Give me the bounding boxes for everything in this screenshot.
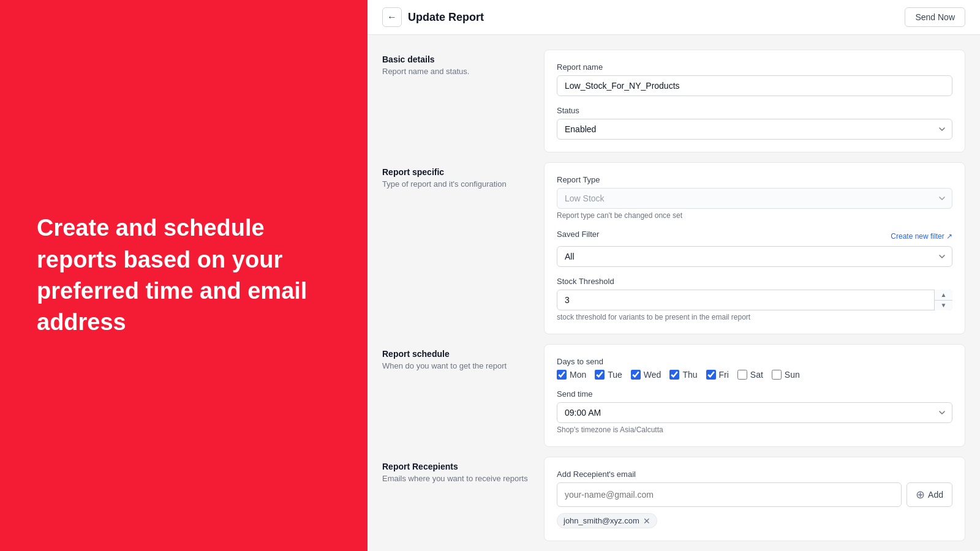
content-area: Basic details Report name and status. Re… — [368, 35, 980, 551]
email-input[interactable] — [557, 482, 902, 507]
day-sat[interactable]: Sat — [737, 370, 763, 380]
send-time-select[interactable]: 09:00 AM — [557, 402, 952, 423]
day-tue-checkbox[interactable] — [595, 370, 605, 380]
day-mon[interactable]: Mon — [557, 370, 586, 380]
report-type-field: Report Type Low Stock Report type can't … — [557, 175, 952, 220]
report-specific-desc: Type of report and it's configuration — [382, 179, 529, 189]
report-schedule-label: Report schedule When do you want to get … — [382, 344, 529, 370]
email-tag-value: john_smith@xyz.com — [564, 516, 639, 525]
report-specific-label: Report specific Type of report and it's … — [382, 162, 529, 189]
day-sat-checkbox[interactable] — [737, 370, 747, 380]
add-icon: ⊕ — [916, 488, 925, 501]
report-type-label: Report Type — [557, 175, 952, 184]
day-sun-checkbox[interactable] — [772, 370, 782, 380]
send-time-field: Send time 09:00 AM Shop's timezone is As… — [557, 389, 952, 434]
add-email-label: Add Recepient's email — [557, 470, 952, 479]
report-specific-section: Report specific Type of report and it's … — [382, 162, 965, 334]
day-tue-label: Tue — [608, 370, 622, 380]
stock-threshold-field: Stock Threshold ▲ ▼ stock threshold for … — [557, 277, 952, 321]
saved-filter-header: Saved Filter Create new filter ↗ — [557, 230, 952, 242]
email-input-row: ⊕ Add — [557, 482, 952, 507]
report-schedule-title: Report schedule — [382, 349, 529, 359]
report-schedule-card: Days to send Mon Tue Wed — [544, 344, 965, 447]
tagline: Create and schedule reports based on you… — [37, 212, 331, 338]
left-panel: Create and schedule reports based on you… — [0, 0, 368, 551]
report-schedule-desc: When do you want to get the report — [382, 361, 529, 370]
send-time-label: Send time — [557, 389, 952, 399]
add-button-label: Add — [928, 490, 943, 500]
basic-details-desc: Report name and status. — [382, 67, 529, 76]
day-mon-checkbox[interactable] — [557, 370, 567, 380]
number-spinners: ▲ ▼ — [934, 290, 952, 310]
report-specific-title: Report specific — [382, 167, 529, 177]
days-to-send-label: Days to send — [557, 357, 952, 366]
basic-details-card: Report name Status Enabled Disabled — [544, 50, 965, 152]
report-name-label: Report name — [557, 62, 952, 72]
status-label: Status — [557, 106, 952, 115]
spinner-down[interactable]: ▼ — [935, 301, 952, 311]
day-fri-checkbox[interactable] — [706, 370, 716, 380]
page-header: ← Update Report Send Now — [368, 0, 980, 35]
send-time-hint: Shop's timezone is Asia/Calcutta — [557, 425, 952, 434]
day-wed-label: Wed — [644, 370, 662, 380]
day-mon-label: Mon — [570, 370, 586, 380]
day-sun-label: Sun — [785, 370, 800, 380]
stock-threshold-label: Stock Threshold — [557, 277, 952, 286]
report-schedule-section: Report schedule When do you want to get … — [382, 344, 965, 447]
saved-filter-select[interactable]: All — [557, 246, 952, 267]
report-specific-card: Report Type Low Stock Report type can't … — [544, 162, 965, 334]
status-field: Status Enabled Disabled — [557, 106, 952, 140]
email-tag-remove[interactable]: ✕ — [643, 517, 650, 525]
email-tag: john_smith@xyz.com ✕ — [557, 513, 657, 528]
stock-threshold-hint: stock threshold for variants to be prese… — [557, 313, 952, 321]
days-row: Mon Tue Wed Thu — [557, 370, 952, 380]
send-now-button[interactable]: Send Now — [905, 7, 965, 27]
basic-details-title: Basic details — [382, 54, 529, 64]
stock-threshold-input[interactable] — [557, 290, 952, 310]
basic-details-label: Basic details Report name and status. — [382, 50, 529, 76]
day-sun[interactable]: Sun — [772, 370, 800, 380]
add-email-field: Add Recepient's email ⊕ Add john_smith@x… — [557, 470, 952, 528]
report-recipients-card: Add Recepient's email ⊕ Add john_smith@x… — [544, 457, 965, 541]
back-button[interactable]: ← — [382, 7, 402, 27]
day-wed-checkbox[interactable] — [631, 370, 641, 380]
report-recipients-section: Report Recepients Emails where you want … — [382, 457, 965, 541]
report-type-select[interactable]: Low Stock — [557, 188, 952, 209]
day-sat-label: Sat — [750, 370, 763, 380]
day-fri[interactable]: Fri — [706, 370, 729, 380]
day-thu-checkbox[interactable] — [669, 370, 679, 380]
saved-filter-field: Saved Filter Create new filter ↗ All — [557, 230, 952, 267]
basic-details-section: Basic details Report name and status. Re… — [382, 50, 965, 152]
report-recipients-desc: Emails where you want to receive reports — [382, 474, 529, 483]
day-wed[interactable]: Wed — [631, 370, 662, 380]
right-panel: ← Update Report Send Now Basic details R… — [368, 0, 980, 551]
page-title: Update Report — [408, 11, 484, 24]
saved-filter-label: Saved Filter — [557, 230, 599, 239]
day-fri-label: Fri — [719, 370, 729, 380]
add-email-button[interactable]: ⊕ Add — [907, 482, 952, 507]
stock-threshold-wrap: ▲ ▼ — [557, 290, 952, 310]
report-recipients-title: Report Recepients — [382, 462, 529, 471]
report-recipients-label: Report Recepients Emails where you want … — [382, 457, 529, 483]
header-left: ← Update Report — [382, 7, 484, 27]
report-name-input[interactable] — [557, 75, 952, 96]
day-thu[interactable]: Thu — [669, 370, 697, 380]
day-tue[interactable]: Tue — [595, 370, 622, 380]
report-name-field: Report name — [557, 62, 952, 96]
day-thu-label: Thu — [682, 370, 697, 380]
create-new-filter-link[interactable]: Create new filter ↗ — [891, 232, 952, 241]
spinner-up[interactable]: ▲ — [935, 290, 952, 301]
report-type-hint: Report type can't be changed once set — [557, 211, 952, 220]
days-to-send-field: Days to send Mon Tue Wed — [557, 357, 952, 380]
status-select[interactable]: Enabled Disabled — [557, 119, 952, 140]
